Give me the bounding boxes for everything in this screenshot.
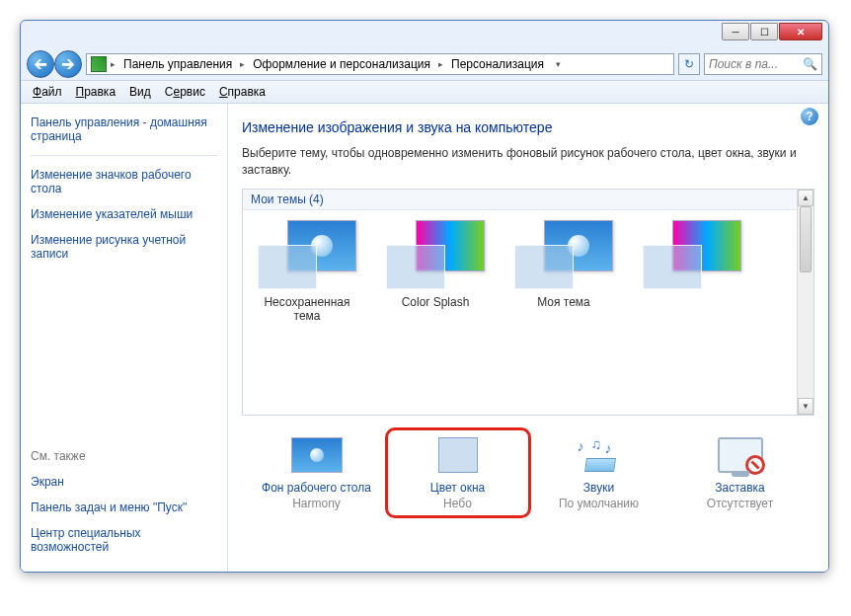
theme-thumbnail — [643, 220, 741, 289]
scroll-thumb[interactable] — [800, 206, 812, 273]
theme-item[interactable]: Моя тема — [509, 220, 618, 323]
theme-thumbnail — [386, 220, 485, 289]
theme-label: Color Splash — [402, 295, 470, 309]
scrollbar[interactable]: ▲ ▼ — [797, 190, 813, 415]
window-color-icon — [438, 437, 478, 473]
minimize-button[interactable]: ─ — [722, 23, 749, 40]
search-placeholder: Поиск в па... — [709, 57, 778, 71]
desktop-background-icon — [291, 437, 343, 473]
aero-glass-icon — [258, 245, 317, 289]
menu-help[interactable]: Справка — [219, 85, 266, 99]
theme-thumbnail — [514, 220, 613, 289]
nav-buttons: 🡨 🡪 — [27, 50, 82, 78]
bottom-option-label: Цвет окна — [430, 481, 485, 495]
bottom-options-row: Фон рабочего стола Harmony Цвет окна Неб… — [242, 435, 814, 510]
sidebar-link-icons[interactable]: Изменение значков рабочего стола — [31, 168, 217, 195]
theme-item[interactable]: Несохраненная тема — [253, 220, 361, 323]
bottom-option-subtitle: Harmony — [292, 497, 341, 510]
menu-service[interactable]: Сервис — [165, 85, 205, 99]
bottom-option-subtitle: Отсутствует — [707, 497, 773, 510]
bottom-option-subtitle: По умолчанию — [559, 497, 639, 510]
sounds-icon: ♪♫♪ — [578, 438, 621, 472]
control-panel-icon — [91, 56, 107, 72]
theme-item[interactable]: Color Splash — [381, 220, 490, 323]
breadcrumb-item[interactable]: Панель управления — [119, 57, 236, 71]
breadcrumb-item[interactable]: Персонализация — [447, 57, 548, 71]
theme-label: Несохраненная тема — [253, 295, 361, 323]
theme-item[interactable] — [638, 220, 746, 323]
sidebar-link-accessibility[interactable]: Центр специальных возможностей — [31, 526, 217, 554]
theme-label: Моя тема — [537, 295, 590, 309]
maximize-button[interactable]: ☐ — [750, 23, 778, 40]
page-description: Выберите тему, чтобы одновременно измени… — [242, 145, 814, 179]
titlebar: ─ ☐ ✕ — [21, 21, 828, 48]
divider — [31, 155, 217, 156]
sidebar-link-pointers[interactable]: Изменение указателей мыши — [31, 207, 217, 221]
aero-glass-icon — [386, 245, 445, 289]
aero-glass-icon — [643, 245, 702, 289]
sidebar-link-account-pic[interactable]: Изменение рисунка учетной записи — [31, 233, 217, 261]
address-bar[interactable]: ▸ Панель управления ▸ Оформление и персо… — [86, 53, 674, 75]
scroll-down-icon[interactable]: ▼ — [798, 398, 813, 415]
breadcrumb-item[interactable]: Оформление и персонализация — [249, 57, 434, 71]
breadcrumb-sep-icon: ▸ — [438, 59, 443, 69]
bottom-option-wall[interactable]: Фон рабочего стола Harmony — [258, 435, 376, 510]
forward-button[interactable]: 🡪 — [54, 50, 82, 78]
close-button[interactable]: ✕ — [779, 23, 822, 40]
scroll-track[interactable] — [798, 206, 813, 398]
sidebar-link-taskbar[interactable]: Панель задач и меню "Пуск" — [31, 500, 217, 514]
bottom-option-sound[interactable]: ♪♫♪ Звуки По умолчанию — [540, 435, 658, 510]
help-icon[interactable]: ? — [801, 108, 818, 125]
main-pane: ? Изменение изображения и звука на компь… — [228, 104, 828, 572]
address-row: 🡨 🡪 ▸ Панель управления ▸ Оформление и п… — [21, 48, 828, 80]
sidebar-home-link[interactable]: Панель управления - домашняя страница — [31, 116, 217, 143]
themes-grid: Несохраненная тема Color Splash Моя тема — [243, 210, 813, 333]
aero-glass-icon — [514, 245, 574, 289]
sidebar: Панель управления - домашняя страница Из… — [21, 104, 228, 572]
theme-thumbnail — [258, 220, 356, 289]
bottom-option-label: Фон рабочего стола — [262, 481, 371, 495]
menu-edit[interactable]: Правка — [76, 85, 116, 99]
menu-view[interactable]: Вид — [129, 85, 151, 99]
window-controls: ─ ☐ ✕ — [722, 23, 822, 40]
bottom-option-label: Заставка — [715, 481, 765, 495]
screensaver-icon — [718, 437, 763, 473]
bottom-option-subtitle: Небо — [443, 497, 472, 510]
refresh-button[interactable]: ↻ — [678, 53, 700, 75]
menubar: Файл Правка Вид Сервис Справка — [21, 80, 828, 104]
themes-group-header: Мои темы (4) — [243, 190, 813, 210]
breadcrumb-sep-icon: ▸ — [240, 59, 245, 69]
breadcrumb-sep-icon: ▸ — [111, 59, 116, 69]
bottom-option-glass[interactable]: Цвет окна Небо — [399, 435, 517, 510]
address-dropdown-icon[interactable]: ▾ — [556, 59, 561, 69]
see-also-label: См. также — [31, 449, 217, 463]
window-personalization: ─ ☐ ✕ 🡨 🡪 ▸ Панель управления ▸ Оформлен… — [20, 20, 829, 573]
search-input[interactable]: Поиск в па... 🔍 — [704, 53, 822, 75]
page-title: Изменение изображения и звука на компьют… — [242, 119, 814, 135]
bottom-option-label: Звуки — [583, 481, 614, 495]
search-icon: 🔍 — [803, 57, 817, 71]
themes-listbox: Мои темы (4) Несохраненная тема Color Sp… — [242, 189, 814, 416]
back-button[interactable]: 🡨 — [27, 50, 54, 78]
scroll-up-icon[interactable]: ▲ — [798, 190, 813, 206]
window-body: Панель управления - домашняя страница Из… — [21, 104, 828, 572]
menu-file[interactable]: Файл — [33, 85, 62, 99]
sidebar-link-display[interactable]: Экран — [31, 475, 217, 489]
bottom-option-saver[interactable]: Заставка Отсутствует — [681, 435, 800, 510]
no-entry-icon — [745, 455, 765, 475]
